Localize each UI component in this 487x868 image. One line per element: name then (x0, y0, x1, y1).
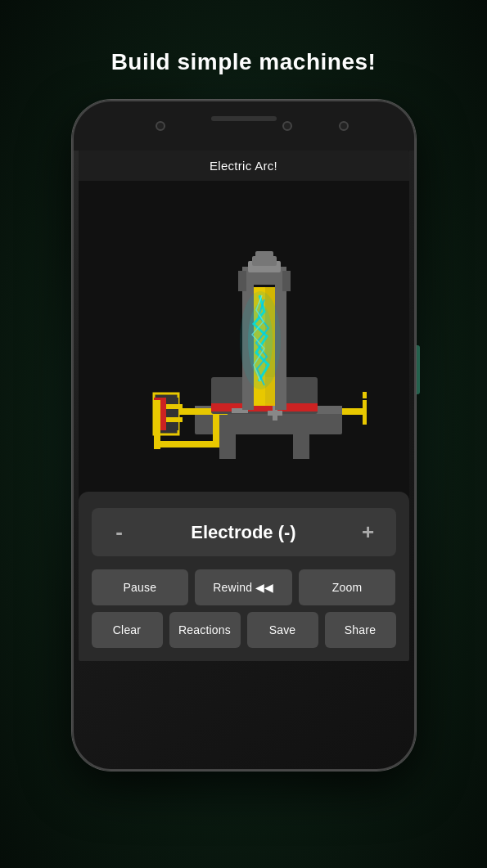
svg-rect-17 (213, 408, 219, 447)
game-area (79, 181, 409, 492)
controls-area: - Electrode (-) + Pause Rewind ◀◀ Zoom C… (79, 492, 409, 661)
svg-rect-3 (219, 434, 236, 459)
svg-rect-14 (166, 417, 183, 422)
svg-rect-12 (166, 398, 178, 430)
svg-rect-35 (255, 251, 273, 261)
game-scene (121, 189, 367, 483)
svg-rect-27 (238, 271, 246, 291)
svg-rect-22 (268, 411, 282, 416)
svg-rect-9 (363, 416, 367, 423)
pause-button[interactable]: Pause (92, 569, 189, 605)
phone-body: Electric Arc! (72, 100, 416, 771)
svg-rect-8 (363, 392, 367, 398)
page-headline: Build simple machines! (111, 49, 377, 75)
side-button[interactable] (416, 345, 420, 394)
buttons-row-2: Clear Reactions Save Share (92, 612, 396, 648)
screen-title: Electric Arc! (79, 151, 409, 181)
rewind-button[interactable]: Rewind ◀◀ (195, 569, 292, 605)
buttons-row-1: Pause Rewind ◀◀ Zoom (92, 569, 396, 605)
phone-top-bar (74, 101, 414, 151)
front-camera-far (339, 121, 349, 131)
phone-speaker (211, 116, 277, 121)
svg-point-32 (248, 304, 273, 377)
phone-screen: Electric Arc! (79, 151, 409, 661)
clear-button[interactable]: Clear (92, 612, 163, 648)
svg-rect-4 (293, 434, 309, 459)
svg-rect-13 (166, 404, 183, 409)
zoom-button[interactable]: Zoom (299, 569, 396, 605)
front-camera-right (282, 121, 292, 131)
save-button[interactable]: Save (247, 612, 318, 648)
svg-rect-28 (282, 271, 291, 291)
electrode-name: Electrode (-) (191, 522, 295, 543)
reactions-button[interactable]: Reactions (169, 612, 241, 648)
electrode-minus-btn[interactable]: - (105, 519, 134, 545)
front-camera-left (156, 121, 165, 131)
electrode-plus-btn[interactable]: + (353, 519, 382, 545)
share-button[interactable]: Share (325, 612, 396, 648)
svg-rect-16 (154, 441, 219, 447)
electrode-selector: - Electrode (-) + (92, 508, 396, 556)
phone-device: Electric Arc! (72, 100, 416, 771)
